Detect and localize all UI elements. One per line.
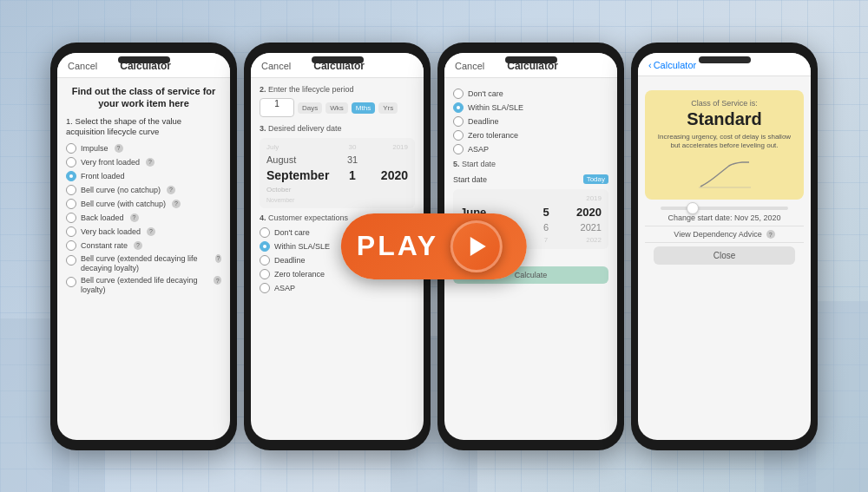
result-label: Class of Service is:: [654, 99, 795, 108]
radio-bell-wc[interactable]: [66, 199, 76, 209]
radio-const[interactable]: [66, 240, 76, 251]
help-impulse[interactable]: ?: [115, 144, 123, 153]
list-item[interactable]: ASAP: [453, 144, 608, 154]
help-bell-wc[interactable]: ?: [172, 200, 181, 208]
opt-dontcare3: Don't care: [468, 89, 503, 98]
opt-asap2: ASAP: [274, 284, 295, 292]
phone-3-title: Calculator: [507, 60, 558, 72]
radio-vfl[interactable]: [66, 157, 76, 167]
radio-impulse[interactable]: [66, 143, 76, 154]
phone-1-content: Find out the class of service for your w…: [57, 78, 230, 440]
radio-zero3[interactable]: [453, 130, 464, 141]
section3-label: 3. Desired delivery date: [260, 124, 415, 134]
screen1-title: Find out the class of service for your w…: [66, 85, 221, 110]
today-badge[interactable]: Today: [583, 174, 608, 184]
help-const[interactable]: ?: [134, 241, 142, 250]
option-back-label: Back loaded: [81, 213, 124, 222]
period-btn-yrs[interactable]: Yrs: [378, 102, 398, 114]
radio-bell-el[interactable]: [66, 277, 76, 287]
phone-1: Cancel Calculator Find out the class of …: [50, 43, 237, 450]
play-circle[interactable]: [450, 220, 503, 272]
list-item[interactable]: Constant rate ?: [66, 240, 221, 251]
opt-sla2: Within SLA/SLE: [274, 242, 330, 251]
list-item[interactable]: Front loaded: [66, 171, 221, 181]
list-item[interactable]: Very front loaded ?: [66, 157, 221, 167]
list-item[interactable]: Zero tolerance: [453, 130, 608, 141]
phone-3-header: Cancel Calculator: [444, 53, 617, 78]
section2-number: 2.: [260, 85, 266, 94]
slider-track: [661, 207, 787, 210]
list-item[interactable]: Don't care: [453, 89, 608, 99]
option-bell-edl-label: Bell curve (extended decaying life decay…: [81, 254, 209, 273]
help-vback[interactable]: ?: [147, 227, 155, 236]
opt-dontcare2: Don't care: [274, 228, 310, 237]
view-dependency-label[interactable]: View Dependency Advice: [674, 230, 761, 239]
help-bell-el[interactable]: ?: [214, 276, 221, 285]
list-item[interactable]: Very back loaded ?: [66, 226, 221, 237]
radio-vback[interactable]: [66, 226, 76, 237]
phone-1-header: Cancel Calculator: [57, 53, 230, 78]
radio-zero2[interactable]: [260, 269, 270, 279]
radio-sla2[interactable]: [260, 241, 270, 252]
option-fl-label: Front loaded: [81, 172, 125, 180]
date-picker-header: Start date Today: [453, 173, 608, 186]
phone-1-cancel[interactable]: Cancel: [68, 61, 97, 71]
close-button[interactable]: Close: [654, 246, 795, 265]
list-item[interactable]: Bell curve (no catchup) ?: [66, 185, 221, 195]
slider-thumb[interactable]: [687, 202, 699, 214]
help-vfl[interactable]: ?: [146, 158, 155, 167]
help-dependency[interactable]: ?: [766, 230, 775, 239]
period-btn-mths[interactable]: Mths: [352, 102, 375, 114]
q1-text: Select the shape of the value acquisitio…: [66, 116, 181, 136]
list-item[interactable]: Bell curve (extended decaying life decay…: [66, 254, 221, 273]
calendar[interactable]: July302019 August31 September12020 Octob…: [260, 138, 415, 208]
list-item[interactable]: Bell curve (extended life decaying loyal…: [66, 276, 221, 295]
phone-2-header: Cancel Calculator: [251, 53, 424, 78]
phone-4: ‹ Calculator Class of Service is: Standa…: [631, 43, 818, 450]
list-item[interactable]: Bell curve (with catchup) ?: [66, 199, 221, 209]
play-overlay: PLAY: [341, 213, 527, 279]
list-item[interactable]: ASAP: [260, 283, 415, 293]
help-bell-nc[interactable]: ?: [167, 186, 175, 194]
toggle-slider[interactable]: [645, 207, 804, 210]
back-label: Calculator: [654, 60, 697, 70]
date-row-2019: 2019: [457, 193, 605, 204]
cal-row-sep: September12020: [263, 167, 411, 184]
option-bell-wc-label: Bell curve (with catchup): [81, 200, 166, 208]
radio-bell-edl[interactable]: [66, 255, 76, 266]
radio-sla3[interactable]: [453, 102, 464, 113]
cal-row-nov: November: [263, 195, 411, 205]
phone-4-back[interactable]: ‹ Calculator: [648, 60, 696, 70]
result-chart: [699, 159, 751, 189]
radio-dontcare3[interactable]: [453, 89, 464, 99]
phone-2-title: Calculator: [313, 60, 365, 72]
list-item[interactable]: Impulse ?: [66, 143, 221, 154]
period-btn-days[interactable]: Days: [298, 102, 322, 114]
radio-dontcare2[interactable]: [260, 227, 270, 238]
help-bell-edl[interactable]: ?: [215, 254, 221, 263]
radio-deadline3[interactable]: [453, 116, 464, 127]
phone-2-cancel[interactable]: Cancel: [261, 61, 291, 71]
view-dependency-row[interactable]: View Dependency Advice ?: [645, 226, 804, 243]
period-input[interactable]: 1: [260, 98, 294, 117]
phone-4-screen: ‹ Calculator Class of Service is: Standa…: [638, 53, 811, 440]
list-item[interactable]: Back loaded ?: [66, 213, 221, 223]
radio-asap3[interactable]: [453, 144, 464, 154]
radio-bell-nc[interactable]: [66, 185, 76, 195]
help-back[interactable]: ?: [130, 213, 139, 222]
section2-text: Enter the lifecycle period: [268, 85, 354, 94]
radio-fl[interactable]: [66, 171, 76, 181]
period-row: 1 Days Wks Mths Yrs: [260, 98, 415, 117]
play-button[interactable]: PLAY: [341, 213, 527, 279]
section2-label: 2. Enter the lifecycle period: [260, 85, 415, 95]
list-item[interactable]: Within SLA/SLE: [453, 102, 608, 113]
radio-asap2[interactable]: [260, 283, 270, 293]
play-label: PLAY: [357, 230, 438, 262]
period-btn-wks[interactable]: Wks: [326, 102, 348, 114]
phone-3-cancel[interactable]: Cancel: [455, 61, 484, 71]
radio-back[interactable]: [66, 213, 76, 223]
option-vfl-label: Very front loaded: [81, 158, 140, 167]
list-item[interactable]: Deadline: [453, 116, 608, 127]
option-impulse-label: Impulse: [81, 144, 108, 153]
radio-deadline2[interactable]: [260, 255, 270, 266]
